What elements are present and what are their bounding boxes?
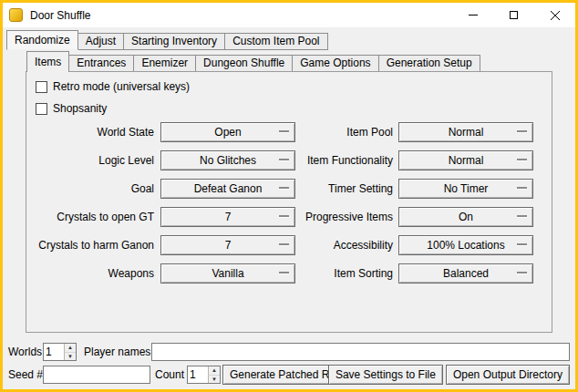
item-functionality-dropdown[interactable]: Normal xyxy=(398,150,533,170)
shopsanity-label: Shopsanity xyxy=(53,102,107,115)
weapons-label: Weapons xyxy=(32,263,154,284)
item-pool-dropdown[interactable]: Normal xyxy=(398,122,533,142)
count-label: Count xyxy=(155,368,184,381)
retro-mode-row: Retro mode (universal keys) xyxy=(36,79,190,94)
worlds-spinner-arrows: ▲ ▼ xyxy=(64,344,76,360)
spin-up-icon[interactable]: ▲ xyxy=(208,366,220,376)
dropdown-indicator-icon xyxy=(517,272,527,273)
dropdown-indicator-icon xyxy=(517,187,527,189)
seed-label: Seed # xyxy=(8,368,43,381)
save-settings-button[interactable]: Save Settings to File xyxy=(328,365,443,385)
count-input[interactable] xyxy=(188,366,208,383)
accessibility-value: 100% Locations xyxy=(399,236,532,254)
spin-up-icon[interactable]: ▲ xyxy=(64,344,76,353)
item-sorting-label: Item Sorting xyxy=(273,263,393,284)
count-spinner[interactable]: ▲ ▼ xyxy=(187,366,221,384)
app-icon xyxy=(9,8,23,22)
minimize-button[interactable] xyxy=(452,3,493,27)
title-bar[interactable]: Door Shuffle xyxy=(3,3,575,27)
worlds-label: Worlds xyxy=(8,346,42,358)
crystals-open-gt-label: Crystals to open GT xyxy=(32,207,154,227)
item-pool-value: Normal xyxy=(399,123,532,141)
tab-custom-item-pool[interactable]: Custom Item Pool xyxy=(224,33,327,50)
open-output-directory-button[interactable]: Open Output Directory xyxy=(446,365,570,385)
items-tab-pane: Retro mode (universal keys) Shopsanity W… xyxy=(26,71,552,333)
primary-tab-bar: Randomize Adjust Starting Inventory Cust… xyxy=(6,30,327,50)
goal-label: Goal xyxy=(32,179,154,199)
player-names-label: Player names xyxy=(84,346,150,358)
item-sorting-dropdown[interactable]: Balanced xyxy=(398,263,533,284)
dropdown-indicator-icon xyxy=(517,243,527,245)
close-icon xyxy=(551,11,560,20)
tab-randomize[interactable]: Randomize xyxy=(6,30,78,50)
crystals-harm-ganon-label: Crystals to harm Ganon xyxy=(32,235,154,255)
spin-down-icon[interactable]: ▼ xyxy=(208,376,220,384)
close-button[interactable] xyxy=(534,3,575,27)
item-sorting-value: Balanced xyxy=(399,264,532,283)
logic-level-label: Logic Level xyxy=(32,150,154,170)
worlds-input[interactable] xyxy=(44,344,64,360)
accessibility-label: Accessibility xyxy=(273,235,393,255)
timer-setting-label: Timer Setting xyxy=(273,179,393,199)
item-functionality-label: Item Functionality xyxy=(273,150,393,170)
item-functionality-value: Normal xyxy=(399,151,532,170)
worlds-spinner[interactable]: ▲ ▼ xyxy=(43,343,77,361)
dropdown-indicator-icon xyxy=(517,130,527,132)
minimize-icon xyxy=(469,15,478,15)
maximize-icon xyxy=(510,11,518,19)
tab-entrances[interactable]: Entrances xyxy=(68,55,134,72)
tab-starting-inventory[interactable]: Starting Inventory xyxy=(123,33,225,50)
world-state-label: World State xyxy=(32,122,154,142)
progressive-items-dropdown[interactable]: On xyxy=(398,207,533,227)
tab-dungeon-shuffle[interactable]: Dungeon Shuffle xyxy=(195,55,293,72)
tab-enemizer[interactable]: Enemizer xyxy=(133,55,196,72)
bottom-right-buttons: Save Settings to File Open Output Direct… xyxy=(328,365,570,385)
count-spinner-arrows: ▲ ▼ xyxy=(208,366,220,383)
retro-mode-label: Retro mode (universal keys) xyxy=(53,80,190,93)
dropdown-indicator-icon xyxy=(517,215,527,217)
progressive-items-label: Progressive Items xyxy=(273,207,393,227)
window-title: Door Shuffle xyxy=(30,9,91,22)
seed-input[interactable] xyxy=(43,366,150,384)
app-window: Door Shuffle Randomize Adjust Starting I… xyxy=(0,0,578,392)
shopsanity-checkbox[interactable] xyxy=(36,103,47,115)
tab-game-options[interactable]: Game Options xyxy=(292,55,378,72)
secondary-tab-bar: Items Entrances Enemizer Dungeon Shuffle… xyxy=(26,51,480,72)
progressive-items-value: On xyxy=(399,208,532,226)
dropdown-indicator-icon xyxy=(517,159,527,160)
window-controls xyxy=(452,3,575,27)
shopsanity-row: Shopsanity xyxy=(36,101,107,116)
player-names-input[interactable] xyxy=(151,343,570,361)
timer-setting-dropdown[interactable]: No Timer xyxy=(398,179,533,199)
maximize-button[interactable] xyxy=(493,3,534,27)
tab-items[interactable]: Items xyxy=(26,51,69,72)
tab-generation-setup[interactable]: Generation Setup xyxy=(378,55,480,72)
tab-adjust[interactable]: Adjust xyxy=(77,33,124,50)
timer-setting-value: No Timer xyxy=(399,180,532,198)
accessibility-dropdown[interactable]: 100% Locations xyxy=(398,235,533,255)
retro-mode-checkbox[interactable] xyxy=(36,81,47,93)
spin-down-icon[interactable]: ▼ xyxy=(64,353,76,361)
item-pool-label: Item Pool xyxy=(273,122,393,142)
